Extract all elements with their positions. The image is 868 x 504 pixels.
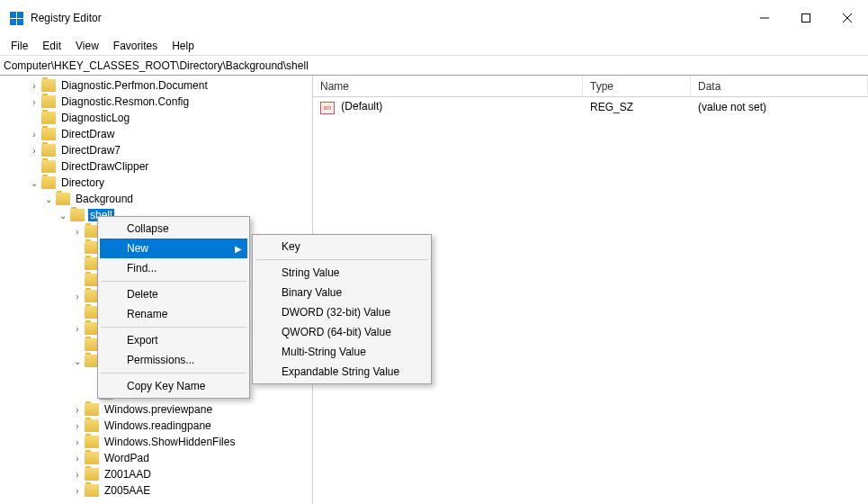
chevron-right-icon[interactable]: › bbox=[72, 469, 83, 480]
folder-icon bbox=[85, 452, 99, 464]
context-menu: Collapse New ▶ Find... Delete Rename Exp… bbox=[97, 216, 250, 399]
submenu-qword[interactable]: QWORD (64-bit) Value bbox=[255, 322, 429, 342]
maximize-button[interactable] bbox=[785, 4, 827, 32]
expander-placeholder bbox=[72, 339, 83, 350]
submenu-string-value[interactable]: String Value bbox=[255, 263, 429, 283]
tree-item[interactable]: ⌄Background bbox=[0, 191, 312, 207]
col-data[interactable]: Data bbox=[691, 76, 868, 96]
chevron-right-icon[interactable]: › bbox=[72, 436, 83, 447]
chevron-down-icon[interactable]: ⌄ bbox=[43, 194, 54, 204]
tree-item-label: Background bbox=[74, 193, 135, 205]
chevron-right-icon[interactable]: › bbox=[29, 96, 40, 107]
list-header: Name Type Data bbox=[313, 76, 868, 97]
new-submenu: Key String Value Binary Value DWORD (32-… bbox=[252, 234, 432, 384]
col-type[interactable]: Type bbox=[583, 76, 691, 96]
address-path: Computer\HKEY_CLASSES_ROOT\Directory\Bac… bbox=[4, 59, 309, 72]
menu-separator bbox=[101, 281, 246, 282]
tree-item[interactable]: ›WordPad bbox=[0, 450, 312, 466]
chevron-right-icon[interactable]: › bbox=[29, 145, 40, 156]
folder-icon bbox=[85, 436, 99, 448]
folder-icon bbox=[41, 160, 56, 173]
expander-placeholder bbox=[72, 274, 83, 285]
chevron-right-icon[interactable]: › bbox=[29, 129, 40, 140]
tree-item-label: Z001AAD bbox=[103, 468, 153, 481]
folder-icon bbox=[56, 193, 70, 205]
chevron-right-icon[interactable]: › bbox=[72, 291, 83, 302]
chevron-right-icon: ▶ bbox=[235, 244, 242, 254]
context-export[interactable]: Export bbox=[100, 330, 247, 350]
tree-item-label: Directory bbox=[59, 176, 106, 189]
folder-icon bbox=[85, 484, 99, 497]
address-bar[interactable]: Computer\HKEY_CLASSES_ROOT\Directory\Bac… bbox=[0, 56, 868, 76]
chevron-right-icon[interactable]: › bbox=[72, 420, 83, 431]
tree-item[interactable]: ›DirectDraw bbox=[0, 126, 312, 142]
submenu-key[interactable]: Key bbox=[255, 237, 429, 256]
chevron-right-icon[interactable]: › bbox=[72, 323, 83, 334]
menu-edit[interactable]: Edit bbox=[35, 38, 68, 54]
cell-name: ab (Default) bbox=[313, 100, 583, 114]
tree-item[interactable]: ›Z005AAE bbox=[0, 482, 312, 499]
expander-placeholder bbox=[29, 112, 40, 123]
chevron-right-icon[interactable]: › bbox=[72, 453, 83, 464]
submenu-expandable-string[interactable]: Expandable String Value bbox=[255, 362, 429, 382]
chevron-down-icon[interactable]: ⌄ bbox=[72, 356, 83, 366]
folder-icon bbox=[41, 79, 56, 92]
menu-help[interactable]: Help bbox=[165, 38, 201, 54]
menu-file[interactable]: File bbox=[4, 38, 35, 54]
chevron-down-icon[interactable]: ⌄ bbox=[58, 210, 68, 220]
expander-placeholder bbox=[29, 161, 40, 172]
chevron-right-icon[interactable]: › bbox=[29, 80, 40, 91]
context-rename[interactable]: Rename bbox=[100, 304, 247, 324]
menu-view[interactable]: View bbox=[68, 38, 106, 54]
folder-icon bbox=[41, 144, 56, 157]
tree-item[interactable]: ›Windows.previewpane bbox=[0, 401, 312, 418]
tree-item-label: DirectDraw bbox=[59, 128, 116, 140]
string-value-icon: ab bbox=[320, 102, 335, 114]
minimize-button[interactable] bbox=[744, 4, 785, 32]
submenu-binary-value[interactable]: Binary Value bbox=[255, 283, 429, 302]
tree-item[interactable]: ›Diagnostic.Perfmon.Document bbox=[0, 77, 312, 94]
context-copy-key-name[interactable]: Copy Key Name bbox=[100, 376, 247, 396]
tree-item-label: DirectDrawClipper bbox=[59, 160, 150, 173]
tree-item[interactable]: DirectDrawClipper bbox=[0, 158, 312, 175]
tree-item[interactable]: DiagnosticLog bbox=[0, 110, 312, 126]
folder-icon bbox=[41, 128, 56, 140]
folder-icon bbox=[41, 112, 56, 124]
tree-item[interactable]: ⌄Directory bbox=[0, 175, 312, 191]
menu-separator bbox=[101, 327, 246, 328]
tree-item[interactable]: ›Windows.ShowHiddenFiles bbox=[0, 434, 312, 450]
menu-favorites[interactable]: Favorites bbox=[106, 38, 165, 54]
tree-item[interactable]: ›Diagnostic.Resmon.Config bbox=[0, 94, 312, 110]
context-new-label: New bbox=[127, 242, 148, 255]
folder-icon bbox=[85, 419, 99, 432]
value-name: (Default) bbox=[341, 100, 382, 112]
chevron-down-icon[interactable]: ⌄ bbox=[29, 177, 40, 188]
context-permissions[interactable]: Permissions... bbox=[100, 350, 247, 370]
tree-item[interactable]: ›Windows.readingpane bbox=[0, 418, 312, 434]
expander-placeholder bbox=[72, 242, 83, 253]
tree-item[interactable]: ›Z001AAD bbox=[0, 466, 312, 482]
chevron-right-icon[interactable]: › bbox=[72, 404, 83, 415]
tree-item-label: DirectDraw7 bbox=[59, 144, 122, 157]
menu-separator bbox=[255, 259, 428, 260]
col-name[interactable]: Name bbox=[313, 76, 583, 96]
chevron-right-icon[interactable]: › bbox=[72, 226, 83, 237]
context-delete[interactable]: Delete bbox=[100, 284, 247, 304]
tree-item[interactable]: ›DirectDraw7 bbox=[0, 142, 312, 158]
context-collapse[interactable]: Collapse bbox=[100, 219, 247, 238]
submenu-multi-string[interactable]: Multi-String Value bbox=[255, 342, 429, 362]
tree-item-label: Diagnostic.Resmon.Config bbox=[59, 95, 191, 108]
folder-icon bbox=[41, 95, 56, 108]
list-row[interactable]: ab (Default) REG_SZ (value not set) bbox=[313, 97, 868, 117]
context-new[interactable]: New ▶ bbox=[100, 238, 247, 258]
svg-rect-1 bbox=[802, 14, 810, 22]
folder-icon bbox=[70, 209, 85, 221]
tree-item-label: DiagnosticLog bbox=[59, 112, 131, 124]
close-button[interactable] bbox=[827, 4, 868, 32]
chevron-right-icon[interactable]: › bbox=[72, 485, 83, 496]
cell-data: (value not set) bbox=[691, 101, 868, 113]
title-bar: Registry Editor bbox=[0, 0, 868, 36]
context-find[interactable]: Find... bbox=[100, 258, 247, 278]
submenu-dword[interactable]: DWORD (32-bit) Value bbox=[255, 302, 429, 322]
list-rows[interactable]: ab (Default) REG_SZ (value not set) bbox=[313, 97, 868, 117]
